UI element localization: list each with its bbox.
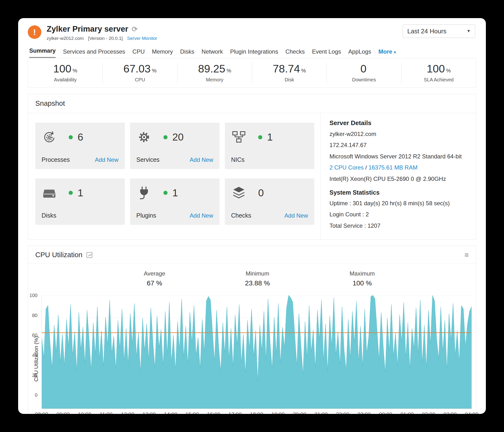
add-new-check-link[interactable]: Add New bbox=[285, 212, 308, 219]
y-axis-tick: 60 bbox=[32, 333, 37, 338]
tab-applogs[interactable]: AppLogs bbox=[348, 48, 371, 58]
stat-cpu: 67.03% CPU bbox=[103, 62, 177, 83]
tab-services-and-processes[interactable]: Services and Processes bbox=[63, 48, 125, 58]
nics-label: NICs bbox=[231, 156, 245, 163]
nics-count: 1 bbox=[267, 131, 273, 143]
snapshot-title: Snapshot bbox=[35, 99, 65, 107]
average-stat: Average 67 % bbox=[144, 270, 165, 287]
x-axis-tick: 12:00 bbox=[121, 411, 134, 414]
alert-status-icon: ! bbox=[28, 25, 41, 39]
cpu-cores-link[interactable]: 2 CPU Cores bbox=[330, 164, 364, 171]
ram-link[interactable]: 16375.61 MB RAM bbox=[368, 164, 417, 171]
version-text: [Version - 20.0.1] bbox=[88, 36, 123, 41]
add-new-plugin-link[interactable]: Add New bbox=[190, 212, 213, 219]
server-details-panel: Server Details zylker-w2012.com 172.24.1… bbox=[321, 113, 476, 239]
status-dot bbox=[163, 191, 168, 195]
stats-strip: 100% Availability 67.03% CPU 89.25% Memo… bbox=[28, 58, 476, 88]
x-axis-tick: 18:00 bbox=[250, 411, 263, 414]
tab-event-logs[interactable]: Event Logs bbox=[312, 48, 341, 58]
chart-menu-icon[interactable]: ≡ bbox=[464, 251, 469, 259]
status-dot bbox=[258, 135, 262, 139]
system-statistics-title: System Statistics bbox=[330, 189, 468, 196]
checks-card[interactable]: 0 Checks Add New bbox=[225, 178, 314, 225]
x-axis-tick: 11:00 bbox=[99, 411, 112, 414]
stat-sla-achieved: 100% SLA Achieved bbox=[402, 62, 476, 83]
time-range-value: Last 24 Hours bbox=[407, 27, 446, 35]
chevron-down-icon: ▼ bbox=[467, 29, 471, 34]
tab-more[interactable]: More ▾ bbox=[378, 48, 396, 58]
checks-count: 0 bbox=[258, 187, 264, 199]
plugins-card[interactable]: 1 Plugins Add New bbox=[130, 178, 219, 225]
x-axis-tick: 20:00 bbox=[293, 411, 306, 414]
server-monitor-link[interactable]: Server Monitor bbox=[127, 36, 157, 41]
status-dot bbox=[163, 135, 168, 139]
chart-plot-area: 020406080100 bbox=[42, 295, 472, 409]
snapshot-cards: 6 Processes Add New bbox=[28, 113, 321, 239]
tab-summary[interactable]: Summary bbox=[29, 47, 56, 58]
plugins-label: Plugins bbox=[136, 212, 156, 219]
plugins-count: 1 bbox=[172, 187, 178, 199]
disks-icon bbox=[42, 185, 57, 201]
dashboard-card: ! Zylker Primary server ⟳ zylker-w2012.c… bbox=[18, 18, 486, 414]
disks-label: Disks bbox=[42, 212, 56, 219]
tab-checks[interactable]: Checks bbox=[286, 48, 305, 58]
time-range-dropdown[interactable]: Last 24 Hours ▼ bbox=[403, 24, 475, 38]
nics-card[interactable]: 1 NICs bbox=[225, 123, 314, 169]
status-dot bbox=[69, 135, 73, 139]
expand-chart-icon[interactable] bbox=[86, 252, 93, 258]
stat-availability: 100% Availability bbox=[28, 62, 103, 83]
add-new-service-link[interactable]: Add New bbox=[190, 156, 213, 163]
x-axis-tick: 22:00 bbox=[336, 411, 349, 414]
cpu-area-chart bbox=[42, 295, 472, 409]
cpu-utilization-title: CPU Utilization bbox=[35, 251, 82, 259]
status-dot bbox=[69, 191, 73, 195]
server-details-title: Server Details bbox=[330, 119, 468, 127]
server-os: Microsoft Windows Server 2012 R2 Standar… bbox=[330, 153, 468, 160]
cpu-chart: CPU Utilization (%) 020406080100 08:0009… bbox=[28, 290, 476, 414]
x-axis-tick: 08:00 bbox=[35, 411, 48, 414]
tab-network[interactable]: Network bbox=[202, 48, 223, 58]
x-axis-tick: 15:00 bbox=[185, 411, 199, 414]
x-axis-tick: 10:00 bbox=[78, 411, 91, 414]
x-axis-tick: 00:00 bbox=[379, 411, 392, 414]
checks-icon bbox=[231, 185, 247, 201]
tab-cpu[interactable]: CPU bbox=[133, 48, 145, 58]
y-axis-tick: 40 bbox=[32, 352, 37, 358]
snapshot-section: Snapshot bbox=[28, 94, 476, 240]
tab-disks[interactable]: Disks bbox=[180, 48, 194, 58]
processes-label: Processes bbox=[42, 156, 70, 163]
login-count-text: Login Count : 2 bbox=[330, 211, 468, 218]
refresh-icon[interactable]: ⟳ bbox=[132, 25, 138, 33]
processes-count: 6 bbox=[78, 131, 83, 143]
title-block: Zylker Primary server ⟳ zylker-w2012.com… bbox=[47, 24, 157, 41]
plugins-icon bbox=[136, 185, 152, 201]
disks-count: 1 bbox=[78, 187, 83, 199]
header: ! Zylker Primary server ⟳ zylker-w2012.c… bbox=[28, 24, 476, 41]
server-hostname: zylker-w2012.com bbox=[330, 130, 468, 138]
add-new-process-link[interactable]: Add New bbox=[95, 156, 118, 163]
y-axis-ticks: 020406080100 bbox=[28, 295, 40, 395]
processes-card[interactable]: 6 Processes Add New bbox=[35, 123, 125, 169]
services-label: Services bbox=[136, 156, 160, 163]
nics-icon bbox=[231, 130, 247, 145]
x-axis-tick: 17:00 bbox=[228, 411, 242, 414]
tab-bar: Summary Services and Processes CPU Memor… bbox=[28, 47, 476, 58]
tab-plugin-integrations[interactable]: Plugin Integrations bbox=[230, 48, 278, 58]
services-icon bbox=[136, 130, 152, 145]
services-card[interactable]: 20 Services Add New bbox=[130, 123, 219, 169]
x-axis-tick: 03:00 bbox=[444, 411, 457, 414]
hostname-text: zylker-w2012.com bbox=[47, 36, 84, 41]
server-hardware: 2 CPU Cores / 16375.61 MB RAM bbox=[330, 164, 468, 172]
y-axis-tick: 100 bbox=[29, 293, 37, 298]
stat-disk: 78.74% Disk bbox=[252, 62, 327, 83]
disks-card[interactable]: 1 Disks bbox=[35, 178, 125, 225]
tab-memory[interactable]: Memory bbox=[152, 48, 173, 58]
y-axis-tick: 20 bbox=[32, 372, 37, 378]
x-axis-tick: 13:00 bbox=[142, 411, 156, 414]
uptime-text: Uptime : 301 day(s) 20 hr(s) 8 min(s) 58… bbox=[330, 199, 468, 207]
maximum-stat: Maximum 100 % bbox=[350, 270, 375, 287]
x-axis-tick: 19:00 bbox=[271, 411, 285, 414]
y-axis-tick: 0 bbox=[35, 392, 37, 398]
page-title: Zylker Primary server bbox=[47, 24, 128, 34]
cpu-utilization-section: CPU Utilization ≡ Average 67 % Minimum 2… bbox=[28, 246, 476, 414]
